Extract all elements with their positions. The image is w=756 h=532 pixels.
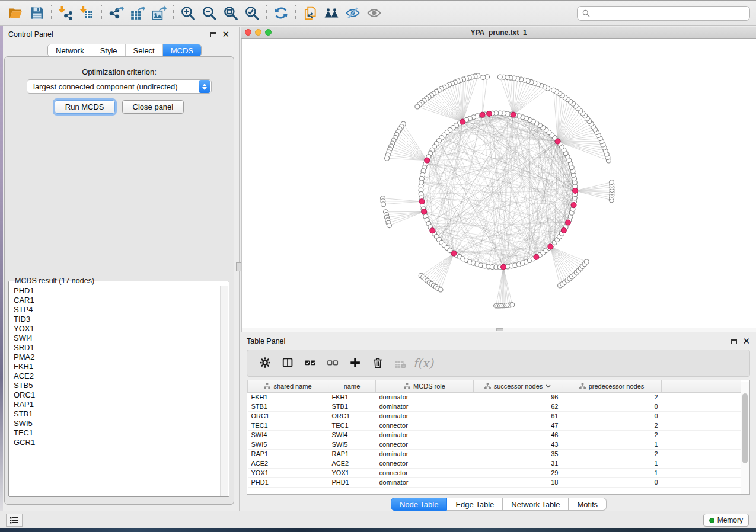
table-close-panel-icon[interactable]: ✕ [742, 338, 750, 344]
mcds-result-item[interactable]: GCR1 [9, 438, 219, 447]
mcds-result-item[interactable]: SRD1 [9, 343, 219, 352]
float-window-icon[interactable] [210, 32, 216, 37]
zoom-fit-icon [223, 5, 238, 21]
mcds-result-item[interactable]: RAP1 [9, 400, 219, 409]
tab-network-table[interactable]: Network Table [503, 498, 569, 511]
run-mcds-button[interactable]: Run MCDS [55, 100, 115, 114]
table-row[interactable]: STB1STB1dominator620 [248, 402, 741, 411]
table-row[interactable]: RAP1RAP1dominator352 [248, 449, 741, 459]
mcds-result-item[interactable]: CAR1 [9, 296, 219, 305]
hide-details-button[interactable] [342, 2, 363, 24]
column-header-successor-nodes[interactable]: successor nodes [474, 380, 562, 392]
tab-select[interactable]: Select [126, 44, 163, 56]
add-row-button[interactable] [346, 353, 366, 373]
tab-network[interactable]: Network [48, 44, 92, 56]
binoculars-find-button[interactable] [321, 2, 342, 24]
show-eye-button[interactable] [363, 2, 385, 24]
task-history-button[interactable] [6, 514, 23, 527]
duplicate-network-icon [302, 5, 318, 21]
zoom-in-button[interactable] [177, 2, 199, 24]
column-header-name[interactable]: name [328, 380, 376, 392]
mcds-result-item[interactable]: PMA2 [9, 352, 219, 362]
delete-table-button [391, 353, 411, 373]
mcds-result-item[interactable]: STP4 [9, 305, 219, 315]
mcds-result-item[interactable]: ORC1 [9, 390, 219, 400]
binoculars-find-icon [324, 5, 339, 21]
table-toolbar: f(x) [247, 350, 750, 377]
import-network-button[interactable] [55, 2, 76, 24]
close-panel-button[interactable]: Close panel [122, 100, 184, 114]
save-session-button[interactable] [26, 2, 47, 24]
node-table-grid: shared namenameMCDS rolesuccessor nodesp… [247, 380, 741, 488]
tab-motifs[interactable]: Motifs [569, 498, 607, 511]
network-graph[interactable] [242, 39, 756, 332]
export-network-icon [109, 5, 124, 21]
function-builder-icon: f(x) [413, 356, 433, 370]
memory-status-icon [709, 518, 714, 523]
export-image-button[interactable] [148, 2, 170, 24]
columns-icon [282, 357, 295, 370]
save-session-icon [29, 5, 44, 21]
control-panel-titlebar: Control Panel ✕ [3, 27, 235, 42]
tab-node-table[interactable]: Node Table [391, 498, 448, 511]
optimization-criterion-value: largest connected component (undirected) [27, 82, 199, 91]
export-table-button[interactable] [127, 2, 148, 24]
vertical-splitter-handle[interactable] [236, 262, 241, 271]
refresh-button[interactable] [270, 2, 292, 24]
search-input[interactable] [594, 9, 745, 18]
tab-edge-table[interactable]: Edge Table [447, 498, 503, 511]
table-row[interactable]: SWI5SWI5connector431 [248, 440, 741, 449]
deselect-all-button[interactable] [323, 353, 343, 373]
mcds-result-list[interactable]: PHD1CAR1STP4TID3YOX1SWI4SRD1PMA2FKH1ACE2… [9, 286, 219, 496]
table-row[interactable]: ORC1ORC1dominator610 [248, 411, 741, 421]
mcds-result-item[interactable]: YOX1 [9, 324, 219, 334]
tab-mcds[interactable]: MCDS [163, 44, 201, 56]
export-network-button[interactable] [106, 2, 127, 24]
zoom-selected-button[interactable] [241, 2, 263, 24]
zoom-out-button[interactable] [199, 2, 220, 24]
mcds-result-item[interactable]: SWI5 [9, 419, 219, 428]
memory-button[interactable]: Memory [703, 514, 749, 527]
mcds-result-item[interactable]: PHD1 [9, 286, 219, 296]
column-header-predecessor-nodes[interactable]: predecessor nodes [562, 380, 662, 392]
network-hscroll-thumb[interactable] [496, 328, 503, 331]
mcds-result-item[interactable]: SWI4 [9, 334, 219, 343]
mcds-result-item[interactable]: STB1 [9, 409, 219, 419]
optimization-criterion-select[interactable]: largest connected component (undirected) [27, 79, 212, 94]
network-canvas[interactable] [241, 39, 756, 332]
table-row[interactable]: PHD1PHD1dominator180 [248, 477, 741, 487]
open-session-button[interactable] [5, 2, 26, 24]
close-panel-icon[interactable]: ✕ [222, 31, 229, 37]
toolbar-separator [51, 5, 52, 21]
column-header-shared-name[interactable]: shared name [248, 380, 328, 392]
import-table-button[interactable] [76, 2, 98, 24]
table-row[interactable]: SWI4SWI4dominator462 [248, 430, 741, 440]
table-panel-tabs: Node TableEdge TableNetwork TableMotifs [241, 498, 756, 511]
mcds-result-item[interactable]: TID3 [9, 315, 219, 324]
search-box[interactable] [577, 6, 750, 21]
mcds-list-scrollbar[interactable] [220, 286, 228, 496]
mcds-result-item[interactable]: STB5 [9, 381, 219, 390]
columns-button[interactable] [278, 353, 298, 373]
mcds-result-item[interactable]: ACE2 [9, 371, 219, 381]
column-header-mcds-role[interactable]: MCDS role [376, 380, 474, 392]
settings-gear-button[interactable] [256, 353, 276, 373]
network-window-titlebar[interactable]: YPA_prune.txt_1 [241, 27, 756, 39]
table-row[interactable]: YOX1YOX1connector291 [248, 468, 741, 477]
table-vscrollbar[interactable] [741, 382, 749, 494]
table-float-window-icon[interactable] [731, 339, 737, 344]
tab-style[interactable]: Style [92, 44, 126, 56]
delete-row-button[interactable] [368, 353, 388, 373]
table-vscroll-thumb[interactable] [742, 393, 748, 463]
mcds-result-item[interactable]: FKH1 [9, 362, 219, 371]
duplicate-network-button[interactable] [299, 2, 321, 24]
control-panel-tabs: NetworkStyleSelectMCDS [47, 44, 202, 57]
select-all-button[interactable] [301, 353, 321, 373]
table-row[interactable]: TEC1TEC1connector472 [248, 421, 741, 430]
zoom-fit-button[interactable] [220, 2, 241, 24]
table-panel: Table Panel ✕ f(x) shared namenameMCDS r… [241, 332, 756, 511]
mcds-result-item[interactable]: TEC1 [9, 428, 219, 438]
table-row[interactable]: FKH1FKH1dominator962 [248, 392, 741, 402]
list-icon [9, 516, 19, 524]
table-row[interactable]: ACE2ACE2connector311 [248, 459, 741, 468]
